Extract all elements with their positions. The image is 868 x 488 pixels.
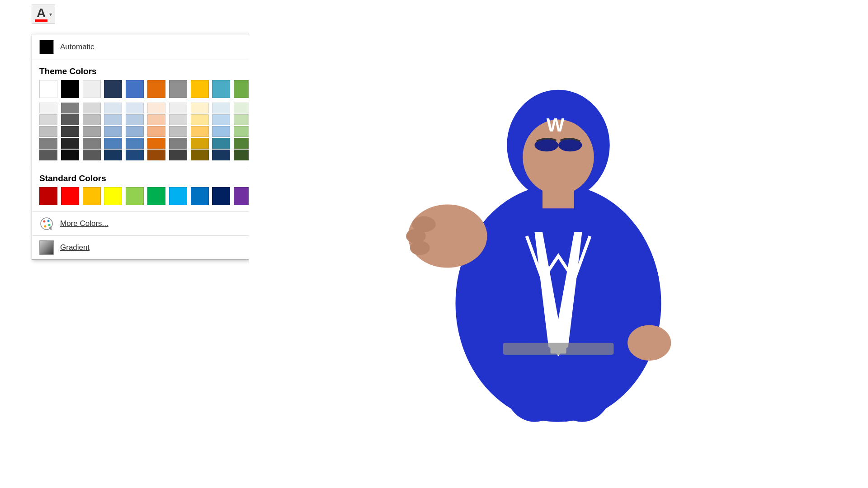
standard-colors-grid [32,187,262,211]
theme-shade-swatch[interactable] [191,138,209,149]
theme-color-swatch[interactable] [169,80,187,98]
theme-shade-swatch[interactable] [212,138,230,149]
svg-point-2 [47,220,50,222]
automatic-color-swatch [39,40,54,54]
theme-shade-swatch[interactable] [212,126,230,137]
standard-color-swatch[interactable] [147,187,165,205]
theme-shade-swatch[interactable] [61,114,79,125]
theme-shade-swatch[interactable] [169,150,187,160]
theme-shade-swatch[interactable] [39,103,57,113]
theme-shade-swatch[interactable] [83,103,101,113]
theme-shade-swatch[interactable] [126,114,144,125]
theme-color-swatch[interactable] [39,80,57,98]
theme-shade-swatch[interactable] [126,138,144,149]
svg-point-17 [627,325,671,361]
more-colors-label: More Colors... [60,219,108,228]
theme-color-shades [32,102,262,167]
theme-color-swatch[interactable] [83,80,101,98]
automatic-label: Automatic [60,42,94,52]
standard-color-swatch[interactable] [61,187,79,205]
theme-shade-swatch[interactable] [126,103,144,113]
svg-point-15 [410,241,430,255]
svg-rect-18 [542,185,574,209]
theme-color-swatch[interactable] [104,80,122,98]
theme-shade-swatch[interactable] [169,138,187,149]
font-color-letter: A [37,7,46,19]
gradient-row-left: Gradient [39,240,90,255]
theme-shade-swatch[interactable] [147,150,165,160]
theme-color-swatch[interactable] [61,80,79,98]
theme-shade-swatch[interactable] [169,126,187,137]
theme-shade-swatch[interactable] [39,138,57,149]
svg-point-1 [43,221,46,223]
theme-shade-swatch[interactable] [61,103,79,113]
svg-point-14 [406,229,426,244]
standard-color-swatch[interactable] [212,187,230,205]
theme-shade-swatch[interactable] [191,114,209,125]
theme-shade-swatch[interactable] [212,114,230,125]
theme-shade-swatch[interactable] [104,150,122,160]
standard-color-swatch[interactable] [39,187,57,205]
hero-character: W [400,41,717,447]
theme-shade-swatch[interactable] [61,138,79,149]
theme-shade-swatch[interactable] [39,114,57,125]
color-picker-panel: Automatic Theme Colors Standard Colors M… [32,34,262,260]
theme-shade-swatch[interactable] [147,126,165,137]
theme-shade-swatch[interactable] [169,114,187,125]
theme-shade-swatch[interactable] [191,126,209,137]
theme-shade-swatch[interactable] [147,103,165,113]
theme-shade-swatch[interactable] [212,150,230,160]
palette-icon [39,216,54,231]
theme-shade-swatch[interactable] [83,114,101,125]
standard-color-swatch[interactable] [126,187,144,205]
svg-text:W: W [547,114,565,136]
theme-shade-swatch[interactable] [83,150,101,160]
theme-shade-swatch[interactable] [191,150,209,160]
svg-point-3 [48,224,51,226]
automatic-option[interactable]: Automatic [32,34,262,60]
standard-color-swatch[interactable] [169,187,187,205]
theme-shade-swatch[interactable] [212,103,230,113]
theme-shade-swatch[interactable] [126,126,144,137]
standard-colors-title: Standard Colors [32,167,262,187]
theme-color-swatch[interactable] [212,80,230,98]
standard-color-swatch[interactable] [83,187,101,205]
font-color-toolbar-button[interactable]: A ▾ [32,5,55,24]
theme-color-swatch[interactable] [126,80,144,98]
svg-point-4 [44,225,47,228]
theme-shade-swatch[interactable] [126,150,144,160]
theme-shade-swatch[interactable] [104,103,122,113]
theme-shade-swatch[interactable] [61,126,79,137]
font-color-bar [35,19,47,22]
theme-shade-swatch[interactable] [39,150,57,160]
theme-color-top-row [32,80,262,102]
theme-shade-swatch[interactable] [61,150,79,160]
theme-shade-swatch[interactable] [83,126,101,137]
theme-shade-swatch[interactable] [104,114,122,125]
gradient-option[interactable]: Gradient › [32,235,262,259]
hero-background: W [249,0,868,488]
theme-shade-swatch[interactable] [39,126,57,137]
standard-color-swatch[interactable] [191,187,209,205]
theme-colors-title: Theme Colors [32,60,262,80]
gradient-label: Gradient [60,243,90,252]
more-colors-option[interactable]: More Colors... [32,211,262,235]
theme-shade-swatch[interactable] [104,126,122,137]
svg-rect-22 [551,344,566,353]
theme-shade-swatch[interactable] [147,114,165,125]
theme-shade-swatch[interactable] [147,138,165,149]
theme-shade-swatch[interactable] [169,103,187,113]
theme-shade-swatch[interactable] [104,138,122,149]
dropdown-arrow-icon[interactable]: ▾ [49,11,52,18]
theme-color-swatch[interactable] [147,80,165,98]
theme-color-swatch[interactable] [191,80,209,98]
gradient-icon [39,240,54,255]
theme-shade-swatch[interactable] [83,138,101,149]
theme-shade-swatch[interactable] [191,103,209,113]
standard-color-swatch[interactable] [104,187,122,205]
